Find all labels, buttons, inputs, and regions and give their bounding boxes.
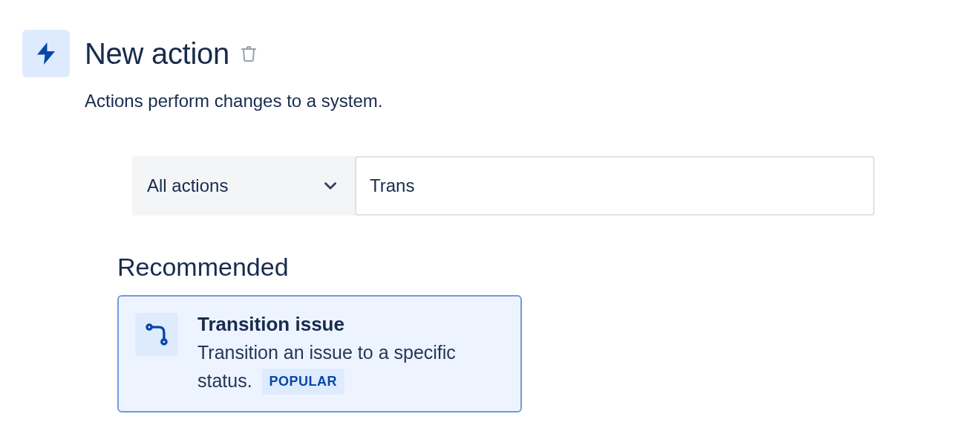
actions-search-input[interactable]	[355, 156, 875, 216]
card-title: Transition issue	[197, 313, 504, 336]
page-title: New action	[85, 37, 229, 71]
dropdown-label: All actions	[147, 175, 228, 196]
action-card-transition-issue[interactable]: Transition issue Transition an issue to …	[117, 295, 522, 412]
chevron-down-icon	[321, 176, 340, 195]
actions-filter-dropdown[interactable]: All actions	[132, 156, 355, 216]
page-subtitle: Actions perform changes to a system.	[85, 91, 958, 111]
popular-badge: POPULAR	[262, 369, 345, 395]
transition-icon	[135, 313, 178, 356]
svg-marker-0	[37, 42, 55, 65]
action-bolt-icon	[22, 30, 70, 77]
card-description: Transition an issue to a specific status…	[197, 339, 504, 395]
recommended-heading: Recommended	[117, 253, 958, 282]
trash-icon[interactable]	[240, 45, 258, 62]
